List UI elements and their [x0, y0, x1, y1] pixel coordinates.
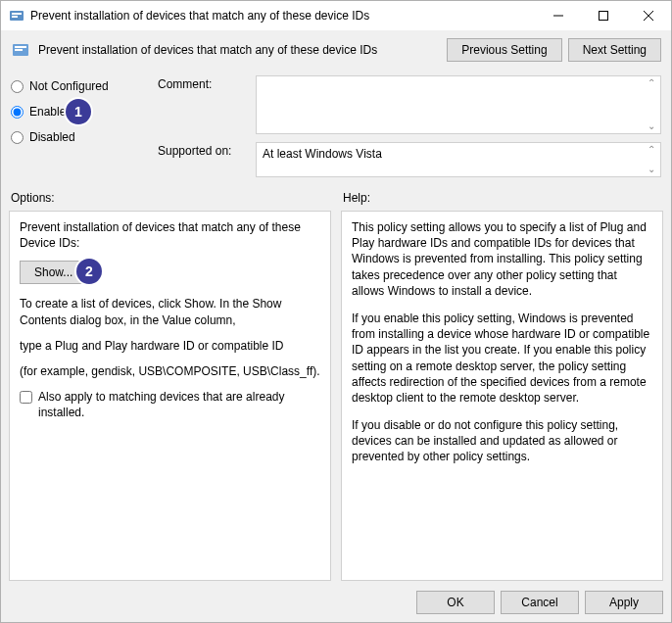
help-text-1: This policy setting allows you to specif… [352, 219, 652, 299]
footer-buttons: OK Cancel Apply [9, 581, 663, 614]
scroll-down-icon: ⌄ [645, 121, 658, 131]
comment-textarea[interactable]: ⌃ ⌄ [256, 75, 661, 134]
policy-title: Prevent installation of devices that mat… [38, 43, 439, 57]
app-icon [9, 8, 24, 24]
previous-setting-button[interactable]: Previous Setting [447, 38, 561, 62]
window-title: Prevent installation of devices that mat… [30, 9, 536, 23]
annotation-badge-1: 1 [66, 99, 91, 124]
content-area: Prevent installation of devices that mat… [1, 30, 671, 622]
scroll-down-icon: ⌄ [645, 165, 658, 174]
cancel-button[interactable]: Cancel [501, 591, 579, 614]
radio-enabled-input[interactable] [11, 106, 24, 119]
radio-not-configured-label: Not Configured [29, 79, 109, 93]
comment-label: Comment: [158, 75, 246, 91]
radio-disabled[interactable]: Disabled [11, 130, 138, 144]
help-label: Help: [341, 189, 663, 211]
supported-row: Supported on: At least Windows Vista ⌃ ⌄ [158, 142, 661, 177]
help-panel: This policy setting allows you to specif… [341, 211, 663, 581]
scroll-up-icon: ⌃ [645, 145, 658, 155]
window-controls [536, 1, 671, 30]
options-panel: Prevent installation of devices that mat… [9, 211, 331, 581]
options-text-2: To create a list of devices, click Show.… [20, 296, 320, 327]
next-setting-button[interactable]: Next Setting [568, 38, 661, 62]
titlebar: Prevent installation of devices that mat… [1, 1, 671, 30]
radio-not-configured[interactable]: Not Configured [11, 79, 138, 93]
options-column: Options: Prevent installation of devices… [9, 189, 331, 581]
apply-button[interactable]: Apply [585, 591, 663, 614]
options-text-4: (for example, gendisk, USB\COMPOSITE, US… [20, 363, 320, 379]
radio-enabled[interactable]: Enabled 1 [11, 105, 138, 119]
radio-disabled-label: Disabled [29, 130, 75, 144]
options-label: Options: [9, 189, 331, 211]
supported-label: Supported on: [158, 142, 246, 158]
also-apply-checkbox-row[interactable]: Also apply to matching devices that are … [20, 389, 320, 420]
help-text-3: If you disable or do not configure this … [352, 417, 652, 465]
comment-row: Comment: ⌃ ⌄ [158, 75, 661, 134]
fields-column: Comment: ⌃ ⌄ Supported on: At least Wind… [158, 75, 661, 177]
annotation-badge-2: 2 [76, 259, 102, 284]
radio-disabled-input[interactable] [11, 131, 24, 144]
options-text-1: Prevent installation of devices that mat… [20, 219, 320, 251]
minimize-button[interactable] [536, 1, 581, 30]
maximize-button[interactable] [581, 1, 626, 30]
settings-row: Not Configured Enabled 1 Disabled Commen… [9, 72, 663, 179]
split-row: Options: Prevent installation of devices… [9, 189, 663, 581]
svg-rect-9 [15, 49, 23, 51]
help-text-2: If you enable this policy setting, Windo… [352, 311, 652, 406]
scroll-up-icon: ⌃ [645, 78, 658, 88]
also-apply-label: Also apply to matching devices that are … [38, 389, 320, 420]
also-apply-checkbox[interactable] [20, 391, 32, 404]
header-row: Prevent installation of devices that mat… [9, 34, 663, 72]
supported-on-value: At least Windows Vista [263, 147, 382, 161]
ok-button[interactable]: OK [416, 591, 495, 614]
svg-rect-8 [15, 46, 26, 48]
state-radio-group: Not Configured Enabled 1 Disabled [11, 75, 138, 177]
options-text-3: type a Plug and Play hardware ID or comp… [20, 338, 320, 354]
policy-icon [11, 40, 30, 60]
supported-on-box: At least Windows Vista ⌃ ⌄ [256, 142, 661, 177]
gpo-editor-window: Prevent installation of devices that mat… [0, 0, 672, 623]
help-column: Help: This policy setting allows you to … [341, 189, 663, 581]
close-button[interactable] [626, 1, 671, 30]
svg-rect-4 [600, 12, 608, 21]
svg-rect-2 [12, 16, 18, 18]
svg-rect-1 [12, 13, 22, 15]
radio-not-configured-input[interactable] [11, 80, 24, 93]
